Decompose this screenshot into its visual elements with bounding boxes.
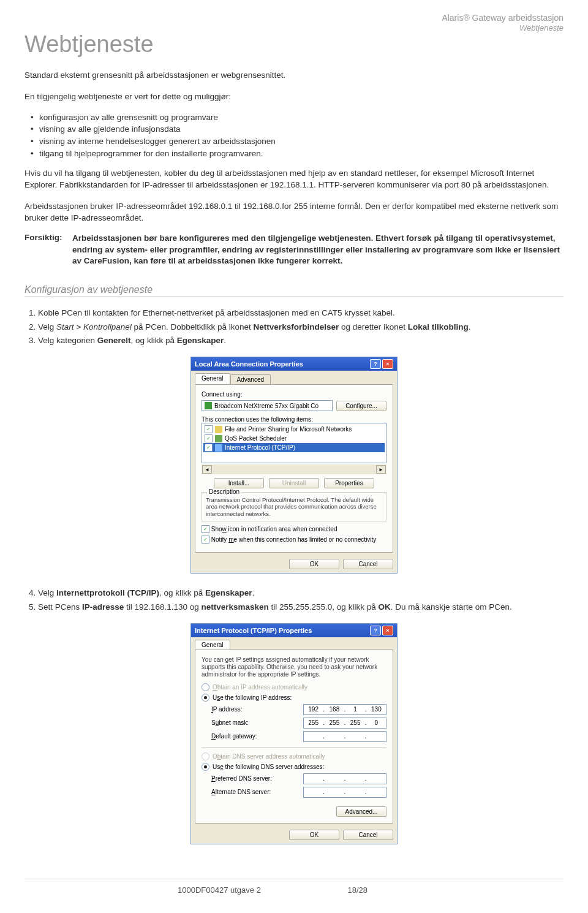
page-header: Alaris® Gateway arbeidsstasjon Webtjenes… [24, 12, 564, 34]
footer-doc-id: 1000DF00427 utgave 2 [178, 885, 261, 895]
cancel-button[interactable]: Cancel [343, 559, 393, 569]
list-item: ✓File and Printer Sharing for Microsoft … [203, 425, 385, 434]
radio-use-ip[interactable]: Use the following IP address: [202, 694, 386, 702]
connect-using-label: Connect using: [202, 391, 386, 398]
radio-obtain-ip[interactable]: Obtain an IP address automatically [202, 683, 386, 691]
radio-use-dns[interactable]: Use the following DNS server addresses: [202, 763, 386, 771]
feature-bullets: konfigurasjon av alle grensesnitt og pro… [24, 112, 564, 159]
paragraph-range: Arbeidsstasjonen bruker IP-adresseområde… [24, 201, 564, 224]
caution-block: Forsiktig: Arbeidsstasjonen bør bare kon… [24, 233, 564, 268]
step-item: Velg kategorien Generelt, og klikk på Eg… [38, 335, 564, 347]
steps-list-2: Velg Internettprotokoll (TCP/IP), og kli… [24, 586, 564, 615]
description-group-title: Description [207, 488, 241, 495]
uninstall-button[interactable]: Uninstall [269, 478, 319, 488]
step-item: Koble PCen til kontakten for Ethernet-ne… [38, 307, 564, 319]
alternate-dns-field[interactable]: ... [303, 787, 386, 798]
steps-list-1: Koble PCen til kontakten for Ethernet-ne… [24, 306, 564, 348]
list-item: ✓QoS Packet Scheduler [203, 434, 385, 443]
product-name: Alaris® Gateway arbeidsstasjon [24, 12, 564, 23]
arrow-right-icon[interactable]: ► [376, 465, 386, 474]
service-icon [215, 435, 222, 442]
dialog-tabs: General Advanced [191, 371, 397, 384]
bullet-item: visning av interne hendelseslogger gener… [39, 135, 564, 148]
nic-icon [205, 402, 212, 409]
dialog-tcpip-properties: Internet Protocol (TCP/IP) Properties ? … [190, 623, 398, 844]
tab-advanced[interactable]: Advanced [230, 374, 271, 384]
preferred-dns-field[interactable]: ... [303, 773, 386, 784]
ip-address-label: IP address: [211, 706, 242, 713]
install-button[interactable]: Install... [214, 478, 264, 488]
properties-button[interactable]: Properties [324, 478, 374, 488]
service-icon [215, 426, 222, 433]
lead-paragraph: En tilgjengelig webtjeneste er vert for … [24, 91, 564, 103]
step-item: Velg Start > Kontrollpanel på PCen. Dobb… [38, 321, 564, 333]
dialog-body: Connect using: Broadcom NetXtreme 57xx G… [195, 384, 393, 553]
alternate-dns-label: Alternate DNS server: [211, 789, 271, 795]
step-item: Velg Internettprotokoll (TCP/IP), og kli… [38, 587, 564, 599]
checkbox-icon[interactable]: ✓ [205, 425, 213, 433]
checkbox-icon[interactable]: ✓ [205, 444, 213, 452]
tcpip-intro: You can get IP settings assigned automat… [202, 656, 386, 678]
subnet-mask-field[interactable]: 255.255.255.0 [303, 718, 386, 729]
bullet-item: konfigurasjon av alle grensesnitt og pro… [39, 112, 564, 124]
adapter-field: Broadcom NetXtreme 57xx Gigabit Co [202, 400, 333, 411]
notify-checkbox[interactable]: ✓ Notify me when this connection has lim… [202, 536, 386, 544]
horizontal-scrollbar[interactable]: ◄► [202, 464, 386, 474]
items-label: This connection uses the following items… [202, 416, 386, 423]
description-text: Transmission Control Protocol/Internet P… [206, 496, 382, 517]
page-footer: 1000DF00427 utgave 2 18/28 [24, 879, 564, 895]
close-icon[interactable]: × [382, 626, 393, 635]
adapter-name: Broadcom NetXtreme 57xx Gigabit Co [214, 403, 318, 409]
help-icon[interactable]: ? [370, 626, 381, 635]
intro-paragraph: Standard eksternt grensesnitt på arbeids… [24, 70, 564, 81]
radio-obtain-dns: Obtain DNS server address automatically [202, 752, 386, 760]
default-gateway-field[interactable]: ... [303, 731, 386, 742]
close-icon[interactable]: × [382, 359, 393, 369]
dialog-title: Local Area Connection Properties [195, 360, 303, 368]
protocol-icon [215, 444, 222, 452]
subnet-mask-label: Subnet mask: [211, 719, 249, 726]
step-item: Sett PCens IP-adresse til 192.168.1.130 … [38, 601, 564, 613]
show-icon-checkbox[interactable]: ✓ Show icon in notification area when co… [202, 525, 386, 533]
tab-general[interactable]: General [195, 373, 230, 384]
bullet-item: visning av alle gjeldende infusjonsdata [39, 123, 564, 135]
caution-text: Arbeidsstasjonen bør bare konfigureres m… [72, 233, 564, 268]
default-gateway-label: Default gateway: [211, 733, 257, 740]
list-item-selected: ✓Internet Protocol (TCP/IP) [203, 443, 385, 452]
footer-page-num: 18/28 [347, 885, 368, 895]
configure-button[interactable]: Configure... [336, 401, 386, 411]
caution-label: Forsiktig: [24, 233, 67, 268]
bullet-item: tilgang til hjelpeprogrammer for den ins… [39, 148, 564, 160]
tab-general[interactable]: General [195, 640, 230, 650]
help-icon[interactable]: ? [370, 359, 381, 369]
arrow-left-icon[interactable]: ◄ [202, 465, 212, 474]
dialog-body: You can get IP settings assigned automat… [195, 650, 393, 824]
description-group: Description Transmission Control Protoco… [202, 492, 386, 521]
ok-button[interactable]: OK [289, 559, 339, 569]
page-title: Webtjeneste [24, 31, 564, 58]
advanced-button[interactable]: Advanced... [336, 806, 386, 817]
preferred-dns-label: Preferred DNS server: [211, 775, 272, 782]
paragraph-access: Hvis du vil ha tilgang til webtjenesten,… [24, 168, 564, 191]
subheading: Konfigurasjon av webtjeneste [24, 284, 564, 297]
dialog-titlebar: Internet Protocol (TCP/IP) Properties ? … [191, 624, 397, 637]
ok-button[interactable]: OK [289, 830, 339, 840]
ip-address-field[interactable]: 192.168.1.130 [303, 704, 386, 715]
cancel-button[interactable]: Cancel [343, 830, 393, 840]
checkbox-icon[interactable]: ✓ [205, 434, 213, 442]
dialog-titlebar: Local Area Connection Properties ? × [191, 357, 397, 371]
dialog-title: Internet Protocol (TCP/IP) Properties [195, 627, 312, 634]
dialog-lan-properties: Local Area Connection Properties ? × Gen… [190, 357, 398, 574]
items-listbox[interactable]: ✓File and Printer Sharing for Microsoft … [202, 423, 386, 463]
